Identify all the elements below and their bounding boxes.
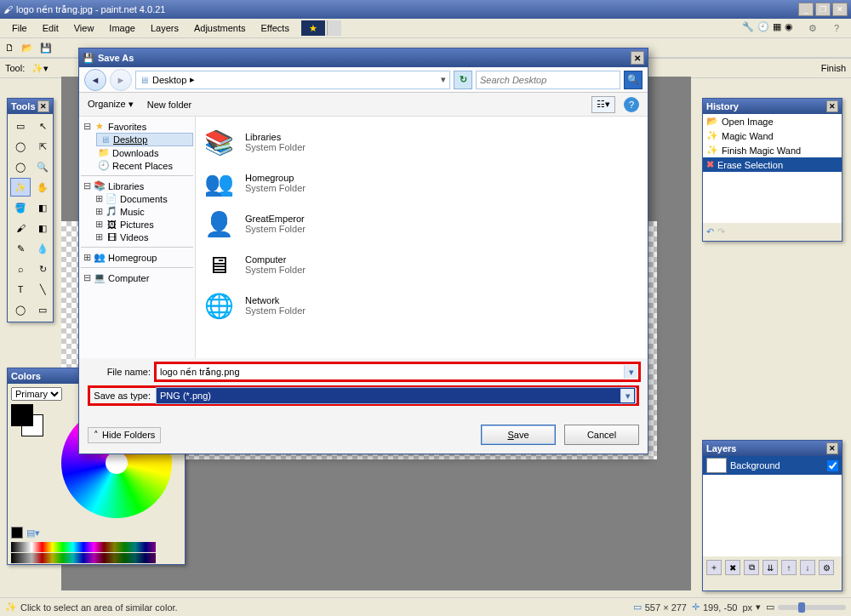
layer-up-button[interactable]: ↑ [781,560,797,575]
tool-line[interactable]: ╲ [32,280,53,299]
minimize-button[interactable]: _ [798,3,814,16]
new-folder-button[interactable]: New folder [147,100,192,110]
layer-visible-checkbox[interactable] [827,460,838,471]
mini-swatch-black[interactable] [11,527,23,539]
panel-layers-toggle[interactable]: ▦ [773,21,781,36]
refresh-button[interactable]: ↻ [454,71,472,89]
new-file-icon[interactable]: 🗋 [5,43,14,53]
tool-eraser[interactable]: ◧ [32,219,53,237]
maximize-button[interactable]: ❐ [815,3,831,16]
tree-favorites[interactable]: ⊟★Favorites [81,120,193,133]
history-item[interactable]: 📂Open Image [703,114,842,128]
tree-desktop[interactable]: 🖥Desktop [96,133,193,146]
folder-item[interactable]: 🌐NetworkSystem Folder [201,285,643,326]
menu-adjustments[interactable]: Adjustments [187,21,253,35]
hide-folders-button[interactable]: ˄Hide Folders [88,427,161,443]
search-button[interactable]: 🔍 [624,71,643,89]
image-tab[interactable]: ★ [301,20,325,36]
tree-videos[interactable]: ⊞🎞Videos [93,231,193,243]
search-input[interactable] [477,75,620,85]
history-item[interactable]: ✨Magic Wand [703,128,842,143]
organize-menu[interactable]: Organize ▾ [88,99,134,110]
folder-item[interactable]: 🖥ComputerSystem Folder [201,244,643,285]
nav-forward-button[interactable]: ► [110,69,132,91]
folder-item[interactable]: 📚LibrariesSystem Folder [201,122,643,163]
tools-panel-close[interactable]: ✕ [37,100,49,112]
menu-image[interactable]: Image [102,21,142,35]
folder-item[interactable]: 👥HomegroupSystem Folder [201,163,643,203]
menu-effects[interactable]: Effects [254,21,296,35]
history-item-selected[interactable]: ✖Erase Selection [703,157,842,172]
tool-magic-wand[interactable]: ✨ [10,178,31,197]
tool-ellipse-select[interactable]: ◯ [10,157,31,176]
tool-pencil[interactable]: ✎ [10,239,31,258]
file-name-combo[interactable]: ▾ [156,363,639,380]
nav-back-button[interactable]: ◄ [84,69,106,91]
tool-zoom[interactable]: 🔍 [32,157,53,176]
menu-file[interactable]: File [5,21,34,35]
menu-layers[interactable]: Layers [144,21,186,35]
palette-strip-2[interactable] [11,553,156,563]
color-swatch-main[interactable] [11,404,45,438]
tree-recent[interactable]: 🕘Recent Places [96,159,193,172]
finish-button[interactable]: Finish [821,63,846,73]
tool-recolor[interactable]: ↻ [32,260,53,278]
zoom-slider[interactable] [778,605,846,610]
dialog-close-button[interactable]: ✕ [631,51,644,65]
history-item[interactable]: ✨Finish Magic Wand [703,143,842,157]
folder-item[interactable]: 👤GreatEmperorSystem Folder [201,203,643,244]
address-dropdown-icon[interactable]: ▾ [441,74,446,85]
layer-add-button[interactable]: ＋ [706,560,722,575]
wand-icon[interactable]: ✨▾ [31,63,49,74]
layer-duplicate-button[interactable]: ⧉ [744,560,759,575]
settings-icon[interactable]: ⚙ [802,21,824,36]
layer-down-button[interactable]: ↓ [800,560,815,575]
dialog-help-button[interactable]: ? [624,97,639,112]
redo-icon[interactable]: ↷ [717,226,725,237]
tool-move-selected[interactable]: ↖ [32,117,53,135]
file-name-input[interactable] [160,367,635,377]
close-button[interactable]: ✕ [832,3,848,16]
tool-fill[interactable]: 🪣 [10,198,31,217]
status-unit[interactable]: px [742,602,752,613]
save-type-combo[interactable]: PNG (*.png) ▾ [156,387,636,404]
save-type-dropdown-icon[interactable]: ▾ [620,389,634,402]
tree-documents[interactable]: ⊞📄Documents [93,192,193,205]
tree-libraries[interactable]: ⊟📚Libraries [81,180,193,192]
tool-shapes[interactable]: ◯ [10,300,31,319]
panel-colors-toggle[interactable]: ◉ [785,21,793,36]
tool-rect[interactable]: ▭ [32,300,53,319]
layer-delete-button[interactable]: ✖ [725,560,740,575]
tool-gradient[interactable]: ◧ [32,198,53,217]
history-panel-close[interactable]: ✕ [826,100,838,112]
tool-clone[interactable]: ⌕ [10,260,31,278]
palette-strip[interactable] [11,542,156,552]
tool-rect-select[interactable]: ▭ [10,117,31,135]
cancel-button[interactable]: Cancel [564,425,639,445]
menu-edit[interactable]: Edit [36,21,66,35]
layer-properties-button[interactable]: ⚙ [819,560,834,575]
color-mode-select[interactable]: Primary [11,387,62,401]
save-file-icon[interactable]: 💾 [40,43,52,54]
layers-panel-close[interactable]: ✕ [826,442,838,454]
tree-music[interactable]: ⊞🎵Music [93,205,193,218]
menu-view[interactable]: View [67,21,101,35]
layer-merge-button[interactable]: ⇊ [762,560,778,575]
address-bar[interactable]: 🖥 Desktop ▸ ▾ [135,71,450,89]
tool-colorpicker[interactable]: 💧 [32,239,53,258]
layer-row[interactable]: Background [703,456,842,475]
add-tab-button[interactable] [327,20,341,36]
save-button[interactable]: Save [481,425,556,445]
tree-computer[interactable]: ⊟💻Computer [81,271,193,284]
file-name-dropdown-icon[interactable]: ▾ [624,365,637,379]
tool-lasso[interactable]: ◯ [10,137,31,156]
palette-dropdown-icon[interactable]: ▤▾ [26,528,40,539]
open-file-icon[interactable]: 📂 [21,43,33,54]
tree-downloads[interactable]: 📁Downloads [96,146,193,159]
tool-text[interactable]: T [10,280,31,299]
panel-history-toggle[interactable]: 🕘 [757,21,769,36]
tree-pictures[interactable]: ⊞🖼Pictures [93,218,193,231]
unit-dropdown-icon[interactable]: ▾ [756,602,761,613]
help-icon[interactable]: ? [827,21,846,36]
zoom-fit-icon[interactable]: ▭ [766,602,774,613]
